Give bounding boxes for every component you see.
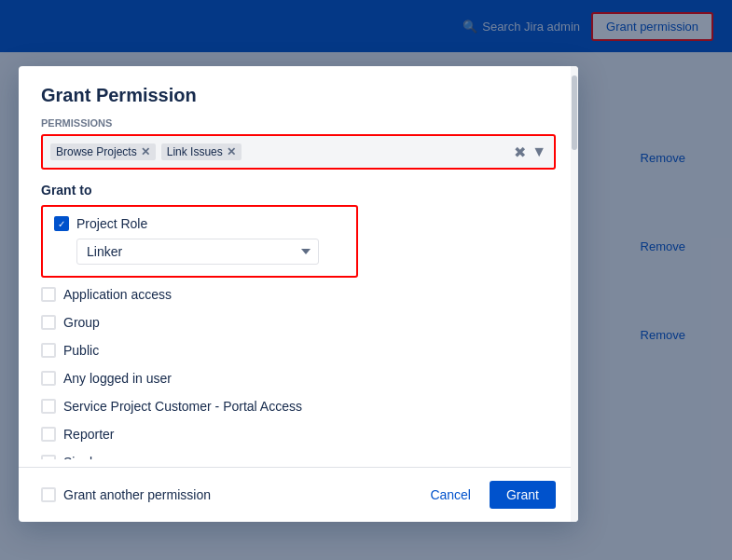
project-role-checkbox-row: ✓ Project Role (54, 216, 345, 231)
checkbox-reporter[interactable] (41, 427, 56, 442)
checkbox-label-reporter[interactable]: Reporter (63, 427, 114, 442)
checkbox-label-service-project-customer[interactable]: Service Project Customer - Portal Access (63, 399, 302, 414)
checkbox-row-public: Public (41, 343, 552, 358)
permissions-input[interactable]: Browse Projects ✕ Link Issues ✕ ✖ ▼ (41, 134, 556, 170)
checkbox-label-group[interactable]: Group (63, 315, 100, 330)
checkbox-application-access[interactable] (41, 287, 56, 302)
modal-overlay: Grant Permission Permissions Browse Proj… (0, 0, 732, 560)
grant-to-label: Grant to (41, 183, 556, 198)
chevron-down-icon[interactable]: ▼ (532, 143, 546, 160)
checkbox-list: Application access Group Public Any logg… (41, 287, 556, 459)
checkbox-single-user[interactable] (41, 455, 56, 459)
permissions-icons: ✖ ▼ (514, 143, 546, 161)
modal-scrollbar-thumb (572, 75, 577, 150)
grant-permission-modal: Grant Permission Permissions Browse Proj… (19, 66, 578, 522)
modal-body: Permissions Browse Projects ✕ Link Issue… (19, 117, 578, 459)
grant-another-label[interactable]: Grant another permission (63, 487, 211, 502)
footer-right: Cancel Grant (421, 481, 556, 509)
tag-link-issues-label: Link Issues (167, 145, 223, 158)
checkbox-row-application-access: Application access (41, 287, 552, 302)
modal-scrollbar[interactable] (571, 66, 578, 522)
project-role-section: ✓ Project Role Linker Developer Administ… (41, 205, 358, 278)
project-role-label[interactable]: Project Role (76, 216, 147, 231)
checkbox-any-logged-in-user[interactable] (41, 371, 56, 386)
checkbox-public[interactable] (41, 343, 56, 358)
permissions-label: Permissions (41, 117, 556, 129)
grant-button[interactable]: Grant (490, 481, 556, 509)
cancel-button[interactable]: Cancel (421, 482, 480, 508)
modal-header: Grant Permission (19, 66, 578, 117)
checkbox-group[interactable] (41, 315, 56, 330)
clear-icon[interactable]: ✖ (514, 143, 526, 161)
checkbox-row-group: Group (41, 315, 552, 330)
modal-footer: Grant another permission Cancel Grant (19, 467, 578, 522)
grant-another-checkbox[interactable] (41, 487, 56, 502)
tag-browse-projects-remove[interactable]: ✕ (141, 146, 150, 157)
checkbox-label-single-user[interactable]: Single user (63, 455, 129, 459)
modal-title: Grant Permission (41, 85, 556, 106)
project-role-checkbox[interactable]: ✓ (54, 216, 69, 231)
tag-browse-projects-label: Browse Projects (56, 145, 137, 158)
checkbox-label-application-access[interactable]: Application access (63, 287, 172, 302)
tag-link-issues[interactable]: Link Issues ✕ (161, 143, 242, 160)
checkbox-row-single-user: Single user (41, 455, 552, 459)
footer-left: Grant another permission (41, 487, 211, 502)
checkbox-label-public[interactable]: Public (63, 343, 99, 358)
checkbox-service-project-customer[interactable] (41, 399, 56, 414)
checkbox-row-service-project-customer: Service Project Customer - Portal Access (41, 399, 552, 414)
checkbox-label-any-logged-in-user[interactable]: Any logged in user (63, 371, 172, 386)
checkbox-row-reporter: Reporter (41, 427, 552, 442)
tag-link-issues-remove[interactable]: ✕ (227, 146, 236, 157)
tag-browse-projects[interactable]: Browse Projects ✕ (50, 143, 156, 160)
checkbox-row-any-logged-in-user: Any logged in user (41, 371, 552, 386)
role-select[interactable]: Linker Developer Administrator Service D… (76, 239, 319, 265)
